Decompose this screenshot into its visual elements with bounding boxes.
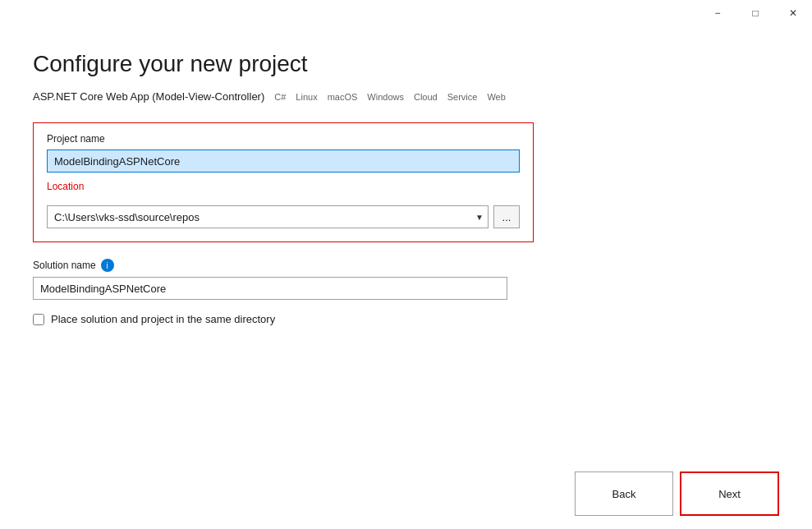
project-location-section: Project name Location C:\Users\vks-ssd\s… — [33, 122, 534, 242]
same-directory-checkbox-row: Place solution and project in the same d… — [33, 313, 779, 325]
close-button[interactable]: ✕ — [774, 0, 812, 26]
minimize-button[interactable]: − — [699, 0, 736, 26]
location-group: Location C:\Users\vks-ssd\source\repos ▼… — [47, 181, 520, 228]
location-select-wrapper: C:\Users\vks-ssd\source\repos ▼ — [47, 205, 489, 228]
tag-cloud: Cloud — [414, 92, 438, 102]
location-row: C:\Users\vks-ssd\source\repos ▼ ... — [47, 205, 520, 228]
subtitle-row: ASP.NET Core Web App (Model-View-Control… — [33, 90, 779, 103]
tag-service: Service — [447, 92, 478, 102]
info-icon[interactable]: i — [101, 259, 114, 272]
tag-csharp: C# — [274, 92, 286, 102]
location-select[interactable]: C:\Users\vks-ssd\source\repos — [47, 205, 489, 228]
same-directory-label: Place solution and project in the same d… — [51, 313, 275, 325]
main-content: Configure your new project ASP.NET Core … — [0, 26, 812, 458]
back-button[interactable]: Back — [575, 472, 673, 516]
project-name-label: Project name — [47, 133, 520, 145]
tag-macos: macOS — [328, 92, 358, 102]
next-button[interactable]: Next — [680, 472, 779, 516]
solution-name-label: Solution name — [33, 260, 96, 271]
title-bar: − □ ✕ — [0, 0, 812, 26]
project-type-label: ASP.NET Core Web App (Model-View-Control… — [33, 90, 264, 103]
tag-windows: Windows — [367, 92, 404, 102]
maximize-button[interactable]: □ — [736, 0, 774, 26]
footer: Back Next — [0, 458, 812, 529]
solution-name-input[interactable] — [33, 277, 507, 300]
browse-button[interactable]: ... — [493, 205, 520, 228]
page-title: Configure your new project — [33, 51, 779, 77]
window: − □ ✕ Configure your new project ASP.NET… — [0, 0, 812, 529]
tag-web: Web — [487, 92, 505, 102]
tag-linux: Linux — [296, 92, 317, 102]
solution-section: Solution name i — [33, 259, 779, 300]
project-name-input[interactable] — [47, 150, 520, 172]
title-bar-controls: − □ ✕ — [699, 0, 812, 26]
same-directory-checkbox[interactable] — [33, 314, 44, 325]
solution-label-row: Solution name i — [33, 259, 779, 272]
location-label: Location — [47, 181, 520, 192]
